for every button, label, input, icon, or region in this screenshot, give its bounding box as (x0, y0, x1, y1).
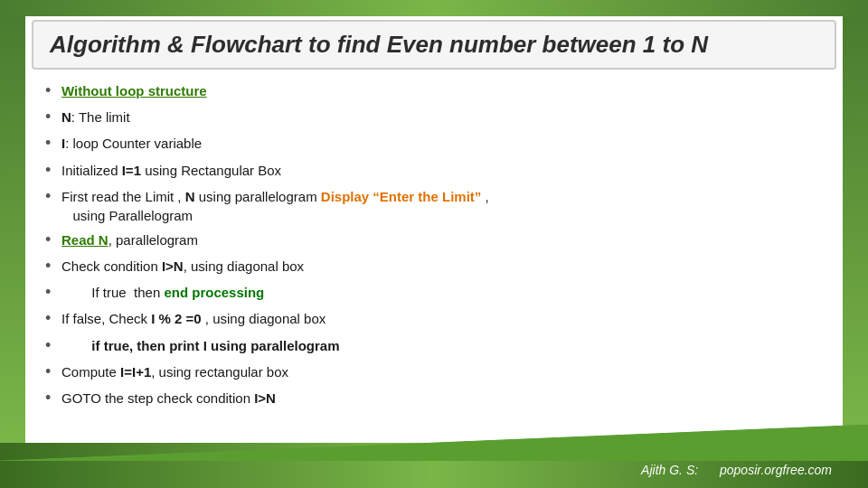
title-box: Algorithm & Flowchart to find Even numbe… (32, 20, 836, 70)
bullet-dot: • (45, 387, 61, 409)
n-bold: N (185, 189, 195, 204)
if-true-print: if true, then print I using parallelogra… (61, 338, 340, 353)
page-title: Algorithm & Flowchart to find Even numbe… (50, 31, 708, 58)
bullet-dot: • (45, 132, 61, 155)
bullet-dot: • (45, 307, 61, 330)
bullet-dot: • (45, 229, 61, 251)
list-item: • I: loop Counter variable (45, 134, 823, 155)
item-text: N: The limit (61, 108, 130, 127)
bullet-dot: • (45, 106, 61, 128)
list-item: • Initialized I=1 using Rectangular Box (45, 161, 823, 182)
n-label: N (61, 109, 71, 125)
mod-condition: I % 2 =0 (151, 311, 201, 326)
item-text: Without loop structure (61, 81, 207, 100)
without-loop: Without loop structure (61, 83, 207, 99)
footer: Ajith G. S: poposir.orgfree.com (623, 463, 832, 477)
bullet-dot: • (45, 159, 61, 182)
item-text: Read N, parallelogram (61, 230, 198, 249)
list-item: • N: The limit (45, 108, 823, 128)
goto-condition: I>N (254, 390, 276, 406)
list-item: • Without loop structure (45, 81, 823, 102)
i-label: I (61, 136, 65, 151)
read-n: Read N (61, 232, 108, 248)
list-item: • if true, then print I using parallelog… (45, 336, 823, 357)
i-init: I=1 (122, 163, 141, 178)
content-area: • Without loop structure • N: The limit … (45, 81, 823, 434)
footer-website: poposir.orgfree.com (720, 463, 832, 477)
bullet-dot: • (45, 255, 61, 277)
list-item: • Read N, parallelogram (45, 230, 823, 251)
item-text: I: loop Counter variable (61, 134, 202, 153)
right-strip (843, 16, 868, 443)
item-text: Check condition I>N, using diagonal box (61, 257, 304, 276)
item-text: Compute I=I+1, using rectangular box (61, 362, 288, 381)
bullet-list: • Without loop structure • N: The limit … (45, 81, 823, 409)
condition-i-n: I>N (162, 258, 184, 274)
item-text: Initialized I=1 using Rectangular Box (61, 161, 281, 180)
bullet-dot: • (45, 361, 61, 383)
bullet-dot: • (45, 334, 61, 357)
footer-author: Ajith G. S: (641, 463, 698, 477)
page-wrapper: Algorithm & Flowchart to find Even numbe… (0, 0, 868, 488)
item-text: If true then end processing (61, 283, 264, 302)
left-strip (0, 16, 25, 443)
item-text: First read the Limit , N using parallelo… (61, 187, 489, 225)
item-text: If false, Check I % 2 =0 , using diagona… (61, 309, 326, 328)
list-item: • If false, Check I % 2 =0 , using diago… (45, 309, 823, 330)
display-prompt: Display “Enter the Limit” (321, 189, 482, 204)
list-item: • Check condition I>N, using diagonal bo… (45, 257, 823, 277)
top-bar (0, 0, 868, 16)
list-item: • GOTO the step check condition I>N (45, 389, 823, 409)
bullet-dot: • (45, 185, 61, 208)
list-item: • First read the Limit , N using paralle… (45, 187, 823, 225)
compute-i: I=I+1 (120, 364, 151, 380)
item-text: if true, then print I using parallelogra… (61, 336, 340, 355)
bullet-dot: • (45, 80, 61, 102)
bullet-dot: • (45, 281, 61, 304)
item-text: GOTO the step check condition I>N (61, 389, 276, 408)
end-processing: end processing (164, 285, 264, 300)
list-item: • If true then end processing (45, 283, 823, 304)
list-item: • Compute I=I+1, using rectangular box (45, 362, 823, 383)
